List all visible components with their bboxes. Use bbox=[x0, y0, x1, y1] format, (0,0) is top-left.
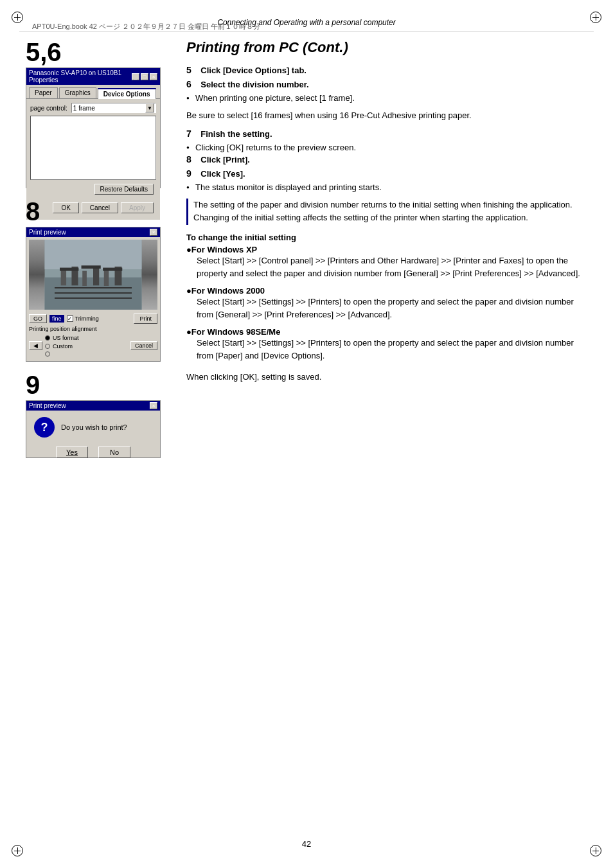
radio-3[interactable] bbox=[45, 351, 50, 357]
step-8-instruction: 8 Click [Print]. bbox=[186, 154, 587, 164]
radio-group-1: US format bbox=[45, 335, 79, 341]
step-8-num: 8 bbox=[186, 154, 191, 164]
step-6-spacer bbox=[193, 80, 198, 89]
windows-2000-text: Select [Start] >> [Settings] >> [Printer… bbox=[186, 296, 587, 321]
dialog-9-title: Print preview bbox=[29, 402, 66, 409]
windows-98-text: Select [Start] >> [Settings] >> [Printer… bbox=[186, 337, 587, 362]
step-8-number: 8 bbox=[26, 199, 173, 224]
step-6-instruction: 6 Select the division number. bbox=[186, 79, 587, 89]
dialog-9-text: Do you wish to print? bbox=[61, 423, 127, 431]
dialog-8-title: Print preview bbox=[29, 229, 66, 236]
screenshot-8: Print preview × bbox=[26, 227, 161, 362]
step-9-num: 9 bbox=[186, 168, 191, 179]
radio-group-2: Custom bbox=[45, 343, 79, 350]
dialog-9-close[interactable]: × bbox=[150, 402, 157, 409]
change-initial-title: To change the initial setting bbox=[186, 233, 587, 242]
left-column: 5,6 Panasonic SV-AP10 on US10B1 Properti… bbox=[26, 39, 173, 468]
step-9-instruction: 9 Click [Yes]. bbox=[186, 168, 587, 179]
stonehenge-image bbox=[29, 240, 157, 310]
dialog-8-close[interactable]: × bbox=[150, 229, 157, 236]
description-text: The setting of the paper and division nu… bbox=[193, 200, 573, 223]
dialog-56-minimize[interactable]: _ bbox=[132, 73, 139, 80]
question-icon: ? bbox=[34, 417, 55, 438]
no-btn[interactable]: No bbox=[98, 447, 130, 458]
dialog-8-buttons: × bbox=[150, 229, 157, 236]
dropdown-arrow[interactable]: ▼ bbox=[145, 103, 154, 112]
dialog-56-buttons: _ □ × bbox=[132, 73, 157, 80]
dialog-56-blank-area bbox=[30, 116, 156, 180]
dialog-8-body: GO fine ✓ Trimming Print Printing positi… bbox=[26, 237, 160, 359]
page-number: 42 bbox=[302, 839, 311, 849]
step-7-bullet: Clicking [OK] returns to the preview scr… bbox=[186, 143, 587, 152]
radio-2-label: Custom bbox=[53, 343, 73, 350]
svg-rect-10 bbox=[82, 265, 101, 269]
windows-xp-label: ●For Windows XP bbox=[186, 245, 587, 254]
page-control-label: page control: bbox=[30, 105, 67, 112]
radio-group-3 bbox=[45, 351, 79, 357]
cancel-btn-8[interactable]: Cancel bbox=[130, 341, 157, 350]
step-9-number: 9 bbox=[26, 372, 173, 398]
step-9-text: Click [Yes]. bbox=[200, 169, 245, 179]
trimming-label: Trimming bbox=[75, 315, 99, 322]
step-8-spacer bbox=[193, 155, 198, 164]
step-9-spacer bbox=[193, 169, 198, 179]
radio-1-label: US format bbox=[53, 335, 79, 341]
note-block: Be sure to select [16 frames] when using… bbox=[186, 109, 587, 122]
step-7-instruction: 7 Finish the setting. bbox=[186, 128, 587, 139]
print-btn[interactable]: Print bbox=[134, 314, 157, 324]
yes-btn[interactable]: Yes bbox=[56, 447, 88, 458]
dialog-9-body: ? Do you wish to print? bbox=[26, 411, 160, 444]
step-8-text: Click [Print]. bbox=[200, 155, 250, 164]
step-9-bullet: The status monitor is displayed and prin… bbox=[186, 182, 587, 192]
step-5-spacer bbox=[193, 66, 198, 75]
section-title: Printing from PC (Cont.) bbox=[186, 39, 587, 56]
stonehenge-svg bbox=[29, 240, 157, 310]
page-header: APT0U-Eng.book 42 ページ ２０２年９月２７日 金曜日 午前１０… bbox=[19, 0, 594, 31]
controls-row-1: GO fine ✓ Trimming Print bbox=[29, 314, 157, 324]
svg-rect-3 bbox=[61, 269, 66, 285]
dialog-9-titlebar: Print preview × bbox=[26, 401, 160, 411]
screenshot-9: Print preview × ? Do you wish to print? … bbox=[26, 400, 161, 458]
size-btn[interactable]: fine bbox=[49, 315, 64, 323]
header-meta: APT0U-Eng.book 42 ページ ２０２年９月２７日 金曜日 午前１０… bbox=[32, 22, 260, 31]
screenshot-56: Panasonic SV-AP10 on US10B1 Properties _… bbox=[26, 67, 161, 188]
radio-2[interactable] bbox=[45, 344, 50, 349]
right-column: Printing from PC (Cont.) 5 Click [Device… bbox=[186, 39, 587, 468]
windows-2000-label: ●For Windows 2000 bbox=[186, 286, 587, 296]
dialog-56-tabs: Paper Graphics Device Options bbox=[26, 85, 160, 99]
tab-graphics[interactable]: Graphics bbox=[59, 87, 96, 98]
step-8-block: 8 Print preview × bbox=[26, 199, 173, 362]
page-control-dropdown[interactable]: 1 frame ▼ bbox=[71, 103, 156, 113]
svg-rect-7 bbox=[104, 270, 109, 286]
step-9-block: 9 Print preview × ? Do you wish to print… bbox=[26, 372, 173, 458]
position-label: Printing position alignment bbox=[29, 326, 157, 332]
dialog-56-close[interactable]: × bbox=[150, 73, 157, 80]
go-btn[interactable]: GO bbox=[29, 314, 47, 323]
description-para: The setting of the paper and division nu… bbox=[186, 199, 587, 226]
dialog-8-titlebar: Print preview × bbox=[26, 227, 160, 237]
step-6-text: Select the division number. bbox=[200, 80, 308, 89]
page-content: 5,6 Panasonic SV-AP10 on US10B1 Properti… bbox=[0, 31, 613, 481]
tab-paper[interactable]: Paper bbox=[29, 87, 58, 98]
trimming-checkbox[interactable]: ✓ bbox=[67, 315, 73, 322]
nav-area: ◀ US format Custom bbox=[29, 335, 157, 357]
radio-1[interactable] bbox=[45, 335, 50, 341]
footer-note: When clicking [OK], setting is saved. bbox=[186, 371, 587, 384]
svg-rect-9 bbox=[60, 268, 78, 271]
svg-rect-11 bbox=[103, 268, 122, 271]
dialog-56-maximize[interactable]: □ bbox=[141, 73, 148, 80]
step-5-instruction: 5 Click [Device Options] tab. bbox=[186, 65, 587, 75]
page-control-row: page control: 1 frame ▼ bbox=[30, 103, 156, 113]
prev-btn[interactable]: ◀ bbox=[29, 341, 42, 350]
step-56-number: 5,6 bbox=[26, 39, 173, 65]
preview-image-area bbox=[29, 240, 157, 310]
step-6-bullet: When printing one picture, select [1 fra… bbox=[186, 93, 587, 103]
step-7-text: Finish the setting. bbox=[200, 129, 272, 139]
step-7-num: 7 bbox=[186, 128, 191, 139]
restore-defaults-btn[interactable]: Restore Defaults bbox=[94, 184, 154, 195]
tab-device-options[interactable]: Device Options bbox=[98, 88, 156, 99]
step-7-spacer bbox=[193, 129, 198, 139]
corner-marker-tl bbox=[12, 12, 23, 23]
dialog-56-titlebar: Panasonic SV-AP10 on US10B1 Properties _… bbox=[26, 68, 160, 85]
step-56-block: 5,6 Panasonic SV-AP10 on US10B1 Properti… bbox=[26, 39, 173, 188]
